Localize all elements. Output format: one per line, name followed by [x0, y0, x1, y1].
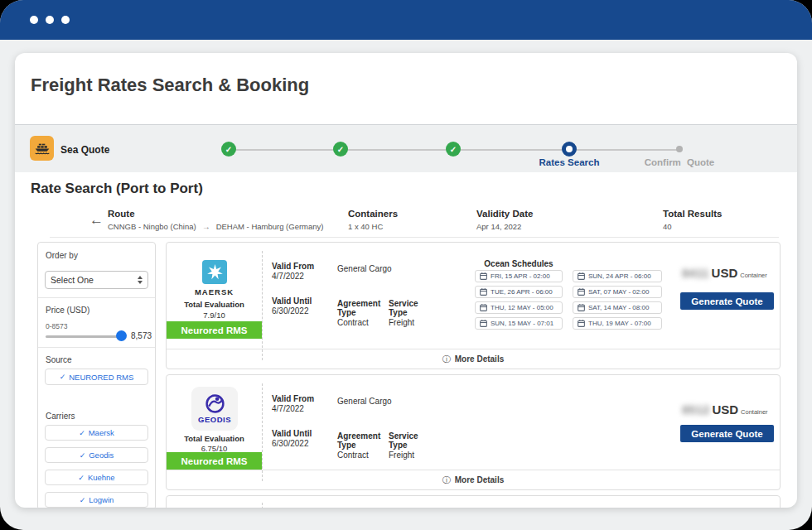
route-label: Route — [108, 209, 324, 219]
divider — [262, 383, 263, 481]
schedule-chip[interactable]: SAT, 07 MAY - 02:00 — [573, 286, 662, 298]
evaluation-value: 7.9/10 — [167, 311, 262, 320]
check-icon: ✓ — [79, 429, 85, 437]
schedule-chip[interactable]: SUN, 15 MAY - 07:01 — [475, 317, 563, 330]
price-currency: USD — [712, 266, 738, 280]
agreement-type-label: Agreement Type — [337, 431, 380, 450]
window-titlebar — [0, 0, 812, 40]
stepper-product-label: Sea Quote — [60, 144, 109, 156]
containers-summary: Containers 1 x 40 HC — [348, 209, 398, 231]
check-icon: ✓ — [78, 474, 85, 482]
check-icon: ✓ — [337, 145, 344, 154]
more-details-button[interactable]: ⓘ More Details — [167, 470, 780, 489]
back-arrow-icon[interactable]: ← — [89, 212, 104, 229]
select-stepper-icon — [138, 276, 143, 284]
app-window: Freight Rates Search & Booking Sea Quote — [0, 0, 812, 530]
divider — [50, 237, 779, 238]
generate-quote-button[interactable]: Generate Quote — [680, 425, 774, 442]
calendar-icon — [480, 272, 487, 280]
price-value-blurred: 8512 — [682, 402, 709, 417]
cargo-type: General Cargo — [337, 397, 392, 406]
evaluation-label: Total Evaluation — [167, 300, 262, 309]
carriers-filter-label: Carriers — [46, 412, 75, 421]
total-results-summary: Total Results 40 — [663, 209, 722, 231]
carrier-label: Geodis — [89, 450, 114, 460]
carrier-label: Kuehne — [88, 473, 115, 482]
price-slider-handle[interactable] — [116, 330, 127, 341]
agreement-type-label: Agreement Type — [337, 299, 380, 317]
section-heading: Rate Search (Port to Port) — [31, 181, 203, 197]
step-upcoming-confirm-quote[interactable] — [676, 146, 683, 152]
schedule-chip[interactable]: THU, 12 MAY - 05:00 — [475, 301, 563, 314]
divider — [262, 503, 263, 508]
check-icon: ✓ — [225, 145, 232, 154]
step-done-1[interactable]: ✓ — [221, 142, 236, 157]
source-badge: Neurored RMS — [167, 321, 262, 339]
step-done-3[interactable]: ✓ — [446, 142, 461, 157]
validity-label: Validity Date — [476, 209, 533, 219]
info-icon: ⓘ — [442, 475, 451, 486]
agreement-type-value: Contract — [337, 318, 369, 327]
valid-until-label: Valid Until — [272, 296, 312, 306]
service-type-value: Freight — [389, 450, 414, 460]
price-currency: USD — [712, 402, 738, 417]
schedule-chip[interactable]: FRI, 15 APR - 02:00 — [475, 270, 563, 282]
price-filter-label: Price (USD) — [46, 306, 89, 315]
source-filter-label: Source — [46, 355, 72, 364]
calendar-icon — [480, 304, 487, 311]
source-filter-neurored-rms[interactable]: ✓ NEURORED RMS — [45, 369, 148, 385]
schedule-text: SUN, 15 MAY - 07:01 — [491, 320, 553, 327]
containers-label: Containers — [348, 209, 398, 219]
price-slider-track[interactable] — [46, 335, 122, 338]
check-icon: ✓ — [80, 496, 86, 504]
maersk-logo-icon — [202, 260, 227, 284]
calendar-icon — [578, 304, 585, 311]
generate-quote-button[interactable]: Generate Quote — [680, 292, 774, 310]
schedule-text: SAT, 07 MAY - 02:00 — [588, 288, 649, 296]
route-arrow-icon: → — [202, 222, 210, 231]
price-unit: Container — [740, 272, 767, 279]
window-control-dot[interactable] — [46, 16, 54, 24]
wizard-stepper: Sea Quote ✓ ✓ ✓ Rates Search Conf — [15, 125, 797, 172]
validity-summary: Validity Date Apr 14, 2022 — [476, 209, 533, 231]
schedule-chip[interactable]: TUE, 26 APR - 06:00 — [475, 286, 563, 298]
result-card-maersk: MAERSK Total Evaluation 7.9/10 Neurored … — [166, 242, 781, 369]
order-by-label: Order by — [46, 251, 78, 260]
valid-from-value: 4/7/2022 — [272, 272, 304, 281]
carrier-filter-logwin[interactable]: ✓ Logwin — [45, 492, 148, 508]
window-control-dot[interactable] — [30, 16, 38, 24]
cargo-type: General Cargo — [337, 264, 392, 273]
valid-until-value: 6/30/2022 — [272, 306, 309, 316]
valid-until-value: 6/30/2022 — [272, 439, 309, 448]
step-done-2[interactable]: ✓ — [333, 142, 348, 157]
carrier-filter-maersk[interactable]: ✓ Maersk — [45, 425, 148, 441]
order-by-select[interactable]: Select One — [45, 271, 148, 289]
schedule-text: FRI, 15 APR - 02:00 — [491, 272, 550, 280]
divider — [262, 251, 263, 360]
carrier-filter-kuehne[interactable]: ✓ Kuehne — [45, 470, 148, 485]
divider — [38, 297, 155, 298]
screen: Freight Rates Search & Booking Sea Quote — [0, 0, 812, 530]
info-icon: ⓘ — [442, 354, 451, 365]
calendar-icon — [480, 320, 487, 327]
source-option-label: NEURORED RMS — [69, 373, 133, 382]
more-details-button[interactable]: ⓘ More Details — [167, 349, 780, 369]
schedule-chip[interactable]: SUN, 24 APR - 06:00 — [573, 270, 662, 282]
schedule-chip[interactable]: SAT, 14 MAY - 08:00 — [573, 301, 662, 314]
route-summary: Route CNNGB - Ningbo (China) → DEHAM - H… — [108, 209, 324, 231]
route-origin: CNNGB - Ningbo (China) — [108, 222, 196, 231]
carrier-label: Maersk — [89, 428, 114, 437]
carrier-label: Logwin — [89, 495, 114, 504]
main-content-card: Freight Rates Search & Booking Sea Quote — [15, 53, 797, 508]
order-by-selected-value: Select One — [51, 275, 94, 285]
step-current-rates-search[interactable] — [562, 142, 577, 157]
total-results-value: 40 — [663, 222, 672, 231]
geodis-logo-icon: GEODIS — [191, 387, 238, 431]
price-unit: Container — [741, 408, 768, 416]
schedule-text: TUE, 26 APR - 06:00 — [491, 288, 553, 296]
carrier-filter-geodis[interactable]: ✓ Geodis — [45, 447, 148, 463]
page-title: Freight Rates Search & Booking — [31, 75, 309, 96]
schedule-chip[interactable]: THU, 19 MAY - 07:00 — [573, 317, 662, 330]
calendar-icon — [578, 320, 585, 327]
window-control-dot[interactable] — [61, 16, 70, 24]
